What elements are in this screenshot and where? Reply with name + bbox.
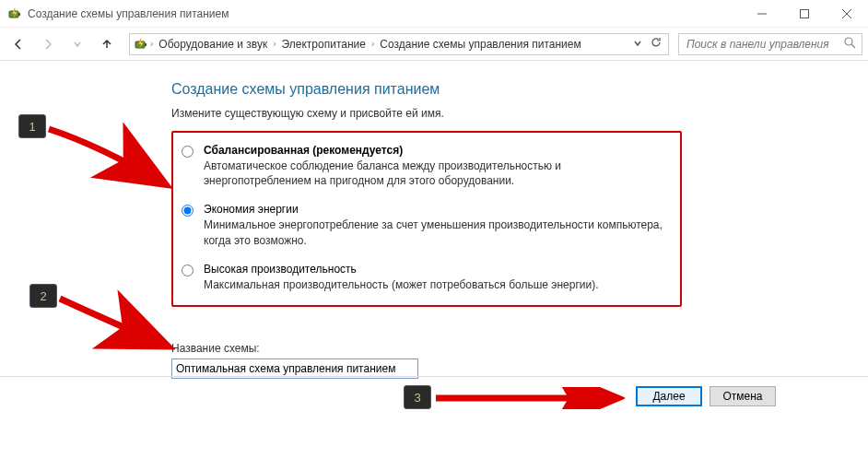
titlebar: Создание схемы управления питанием	[0, 0, 868, 28]
option-desc: Минимальное энергопотребление за счет ум…	[204, 217, 669, 247]
cancel-button[interactable]: Отмена	[710, 386, 776, 406]
breadcrumb[interactable]: › Оборудование и звук › Электропитание ›…	[129, 33, 669, 55]
option-desc: Автоматическое соблюдение баланса между …	[204, 159, 669, 188]
chevron-right-icon: ›	[273, 39, 276, 49]
breadcrumb-item[interactable]: Электропитание	[278, 38, 369, 51]
breadcrumb-item[interactable]: Создание схемы управления питанием	[376, 38, 584, 51]
recent-dropdown[interactable]	[65, 31, 90, 57]
annotation-badge-2: 2	[29, 284, 57, 308]
back-button[interactable]	[6, 31, 31, 57]
radio-powersave[interactable]	[182, 205, 194, 217]
window-title: Создание схемы управления питанием	[28, 7, 741, 20]
window-controls	[741, 0, 868, 27]
option-desc: Максимальная производительность (может п…	[204, 277, 669, 292]
plan-option-powersave[interactable]: Экономия энергии Минимальное энергопотре…	[177, 199, 669, 251]
plan-name-label: Название схемы:	[171, 342, 868, 355]
minimize-button[interactable]	[741, 0, 783, 27]
up-button[interactable]	[94, 31, 120, 57]
refresh-icon[interactable]	[648, 36, 664, 52]
power-options-icon	[134, 37, 148, 52]
svg-rect-1	[18, 13, 20, 16]
radio-balanced[interactable]	[182, 146, 194, 158]
close-button[interactable]	[826, 0, 868, 27]
power-options-icon	[7, 6, 22, 21]
search-icon[interactable]	[843, 36, 856, 52]
history-dropdown-icon[interactable]	[629, 38, 646, 51]
next-button[interactable]: Далее	[636, 386, 702, 406]
svg-line-9	[851, 44, 855, 48]
option-title: Высокая производительность	[204, 263, 669, 276]
chevron-right-icon: ›	[371, 39, 374, 49]
page-title: Создание схемы управления питанием	[171, 81, 868, 98]
annotation-badge-1: 1	[18, 114, 46, 138]
svg-rect-3	[801, 9, 809, 18]
svg-point-8	[845, 38, 852, 45]
plan-option-balanced[interactable]: Сбалансированная (рекомендуется) Автомат…	[177, 140, 669, 192]
annotation-badge-3: 3	[404, 385, 431, 409]
option-title: Экономия энергии	[204, 203, 669, 216]
chevron-right-icon: ›	[150, 39, 153, 49]
search-input[interactable]	[685, 37, 838, 52]
plan-name-section: Название схемы:	[171, 342, 868, 379]
maximize-button[interactable]	[783, 0, 826, 27]
plan-option-highperf[interactable]: Высокая производительность Максимальная …	[177, 259, 669, 296]
plan-options-group: Сбалансированная (рекомендуется) Автомат…	[171, 131, 682, 307]
forward-button[interactable]	[35, 31, 61, 57]
breadcrumb-item[interactable]: Оборудование и звук	[155, 38, 271, 51]
radio-highperf[interactable]	[182, 264, 194, 276]
main-content: Создание схемы управления питанием Измен…	[0, 61, 868, 379]
page-subtitle: Измените существующую схему и присвойте …	[171, 107, 868, 120]
footer-buttons: Далее Отмена	[0, 376, 868, 406]
navbar: › Оборудование и звук › Электропитание ›…	[0, 28, 868, 61]
svg-rect-7	[145, 43, 147, 46]
search-box[interactable]	[678, 33, 862, 55]
option-title: Сбалансированная (рекомендуется)	[204, 144, 669, 157]
